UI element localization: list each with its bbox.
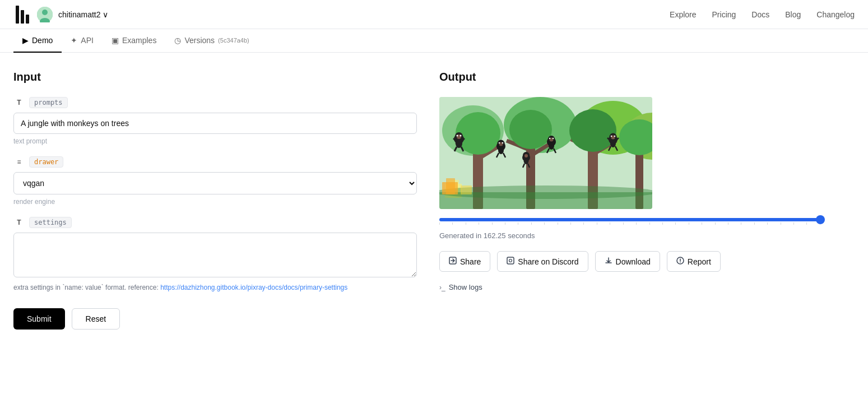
progress-track bbox=[439, 218, 820, 221]
progress-ticks bbox=[439, 222, 820, 225]
submit-button[interactable]: Submit bbox=[13, 308, 65, 330]
svg-rect-75 bbox=[507, 257, 514, 264]
svg-rect-0 bbox=[16, 6, 19, 24]
username-button[interactable]: chitinamatt2 ∨ bbox=[58, 10, 108, 19]
demo-icon: ▶ bbox=[22, 36, 29, 45]
header: chitinamatt2 ∨ Explore Pricing Docs Blog… bbox=[0, 0, 868, 29]
settings-type-icon: T bbox=[13, 217, 25, 228]
svg-rect-73 bbox=[461, 185, 472, 194]
tab-api[interactable]: ✦ API bbox=[62, 29, 103, 53]
output-panel: Output bbox=[439, 71, 855, 330]
output-image bbox=[439, 97, 652, 209]
settings-field-group: T settings extra settings in `name: valu… bbox=[13, 217, 417, 293]
prompts-hint: text prompt bbox=[13, 137, 417, 145]
svg-point-32 bbox=[456, 139, 462, 148]
header-logo: chitinamatt2 ∨ bbox=[13, 6, 108, 24]
download-button[interactable]: Download bbox=[595, 251, 660, 272]
svg-rect-2 bbox=[26, 15, 29, 24]
svg-point-59 bbox=[502, 142, 503, 143]
tab-demo[interactable]: ▶ Demo bbox=[13, 29, 62, 53]
pricing-link[interactable]: Pricing bbox=[712, 10, 736, 19]
drawer-type-icon: ≡ bbox=[13, 156, 25, 168]
api-icon: ✦ bbox=[71, 36, 77, 45]
svg-point-42 bbox=[549, 142, 554, 150]
docs-link[interactable]: Docs bbox=[751, 10, 769, 19]
discord-icon bbox=[507, 257, 514, 266]
tab-versions[interactable]: ◷ Versions (5c347a4b) bbox=[165, 29, 258, 53]
changelog-link[interactable]: Changelog bbox=[816, 10, 855, 19]
output-title: Output bbox=[439, 71, 855, 83]
prompts-field-group: T prompts text prompt bbox=[13, 97, 417, 145]
output-image-container bbox=[439, 97, 652, 209]
svg-point-60 bbox=[498, 146, 504, 154]
input-title: Input bbox=[13, 71, 417, 83]
svg-point-78 bbox=[680, 262, 681, 263]
svg-rect-1 bbox=[21, 10, 24, 24]
download-icon bbox=[605, 257, 612, 266]
share-discord-button[interactable]: Share on Discord bbox=[497, 251, 588, 272]
prompts-type-icon: T bbox=[13, 97, 25, 108]
show-logs-button[interactable]: ›_ Show logs bbox=[439, 283, 855, 291]
settings-link[interactable]: https://dazhizhong.gitbook.io/pixray-doc… bbox=[160, 284, 347, 291]
reset-button[interactable]: Reset bbox=[72, 308, 120, 330]
generated-time-text: Generated in 162.25 seconds bbox=[439, 231, 855, 240]
version-badge: (5c347a4b) bbox=[218, 37, 249, 44]
svg-point-31 bbox=[460, 135, 462, 137]
progress-container bbox=[439, 218, 820, 225]
input-panel: Input T prompts text prompt ≡ drawer vqg… bbox=[13, 71, 417, 330]
svg-point-30 bbox=[457, 135, 458, 137]
svg-point-76 bbox=[509, 259, 512, 262]
share-icon bbox=[449, 257, 457, 266]
svg-point-65 bbox=[524, 154, 528, 157]
submit-button-row: Submit Reset bbox=[13, 308, 417, 330]
replicate-logo bbox=[13, 6, 31, 24]
svg-point-66 bbox=[524, 157, 529, 164]
svg-point-40 bbox=[549, 138, 550, 139]
drawer-label-row: ≡ drawer bbox=[13, 156, 417, 168]
drawer-label: drawer bbox=[29, 156, 63, 168]
username-text: chitinamatt2 bbox=[58, 10, 100, 19]
drawer-hint: render engine bbox=[13, 198, 417, 206]
drawer-field-group: ≡ drawer vqgan dalle stable-diffusion re… bbox=[13, 156, 417, 206]
progress-fill bbox=[439, 218, 820, 221]
prompts-label-row: T prompts bbox=[13, 97, 417, 108]
main-content: Input T prompts text prompt ≡ drawer vqg… bbox=[0, 53, 868, 347]
progress-thumb bbox=[816, 215, 825, 224]
svg-rect-72 bbox=[446, 178, 455, 194]
examples-icon: ▣ bbox=[112, 36, 119, 45]
show-logs-text: Show logs bbox=[449, 283, 482, 291]
top-nav: Explore Pricing Docs Blog Changelog bbox=[670, 10, 855, 19]
logs-arrow-icon: ›_ bbox=[439, 284, 445, 291]
svg-point-4 bbox=[42, 10, 48, 15]
versions-icon: ◷ bbox=[174, 36, 181, 45]
action-buttons: Share Share on Discord D bbox=[439, 251, 855, 272]
tabs-bar: ▶ Demo ✦ API ▣ Examples ◷ Versions (5c34… bbox=[0, 29, 868, 53]
report-button[interactable]: Report bbox=[667, 251, 721, 272]
svg-point-49 bbox=[614, 136, 615, 137]
svg-point-48 bbox=[611, 136, 612, 137]
drawer-select[interactable]: vqgan dalle stable-diffusion bbox=[13, 172, 417, 194]
prompts-label: prompts bbox=[29, 97, 68, 108]
svg-point-58 bbox=[499, 142, 500, 143]
prompt-input[interactable] bbox=[13, 113, 417, 134]
svg-point-41 bbox=[553, 138, 554, 139]
settings-textarea[interactable] bbox=[13, 233, 417, 277]
share-button[interactable]: Share bbox=[439, 251, 490, 272]
user-avatar bbox=[37, 7, 53, 22]
svg-point-25 bbox=[569, 109, 616, 152]
blog-link[interactable]: Blog bbox=[785, 10, 801, 19]
explore-link[interactable]: Explore bbox=[670, 10, 696, 19]
svg-point-24 bbox=[509, 110, 552, 149]
settings-label: settings bbox=[29, 217, 72, 228]
tab-examples[interactable]: ▣ Examples bbox=[103, 29, 165, 53]
report-icon bbox=[676, 257, 684, 266]
chevron-down-icon: ∨ bbox=[103, 10, 108, 19]
settings-label-row: T settings bbox=[13, 217, 417, 228]
settings-hint: extra settings in `name: value` format. … bbox=[13, 282, 417, 293]
